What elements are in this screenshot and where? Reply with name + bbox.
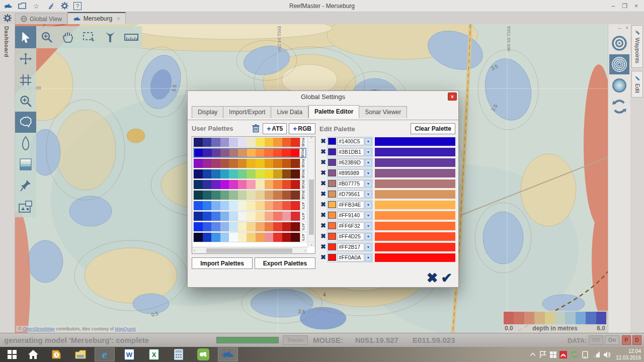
tab-display[interactable]: Display [192,106,223,118]
color-swatch-button[interactable] [328,212,336,219]
color-swatch-button[interactable] [328,148,336,155]
delete-color-icon[interactable]: ✖ [319,147,327,156]
hex-value-input[interactable] [337,138,364,145]
hex-value-input[interactable] [337,222,364,230]
green-app-icon[interactable] [193,347,213,361]
dialog-ok-icon[interactable]: ✔ [441,270,452,286]
data-off-button[interactable]: Off [589,335,603,345]
user-palette-row[interactable]: RGB [193,179,306,190]
hex-value-input[interactable] [337,254,364,261]
color-swatch-button[interactable] [328,180,336,187]
close-button[interactable]: × [634,3,638,10]
delete-color-icon[interactable]: ✖ [319,179,327,188]
user-palette-row[interactable]: RGB [193,190,306,200]
windows-tray-icon[interactable] [547,347,558,362]
user-palette-list[interactable]: RGBRGBRGBRGBRGBRGBAT5AT5AT5AT5 ⌃⌄ ‹› [192,136,315,254]
favorites-star-icon[interactable]: ☆ [31,2,41,11]
user-palette-row[interactable]: AT5 [193,232,306,242]
dashboard-panel-collapsed[interactable]: Dashboard [0,24,15,333]
reefmaster-taskbar-icon[interactable] [218,347,238,361]
tab-edit[interactable]: Edit [631,71,643,98]
tab-live-data[interactable]: Live Data [271,106,308,118]
vessel-tool[interactable] [15,133,36,154]
delete-color-icon[interactable]: ✖ [319,200,327,209]
panel-minimize-icon[interactable]: – [618,25,621,31]
settings-gear-icon[interactable] [59,2,69,11]
color-swatch-button[interactable] [328,254,336,261]
delete-color-icon[interactable]: ✖ [319,211,327,220]
color-swatch-button[interactable] [328,169,336,176]
color-dropdown-button[interactable]: ▼ [365,233,372,240]
tab-merseburg[interactable]: Merseburg × [67,12,126,24]
hex-value-input[interactable] [337,191,364,198]
select-tool[interactable] [15,26,36,48]
horizontal-scrollbar[interactable]: ‹› [192,247,307,253]
dialog-cancel-icon[interactable]: ✖ [427,270,438,286]
word-icon[interactable]: W [119,347,139,361]
tracer-button[interactable]: Tracer [283,335,308,345]
delete-color-icon[interactable]: ✖ [319,137,327,146]
hex-value-input[interactable] [337,169,364,177]
dialog-close-button[interactable]: × [448,93,457,101]
restore-button[interactable]: ❐ [622,3,627,10]
tab-import-export[interactable]: Import/Export [223,106,271,118]
color-swatch-button[interactable] [328,233,336,240]
delete-color-icon[interactable]: ✖ [319,190,327,199]
delete-color-icon[interactable]: ✖ [319,242,327,251]
tab-sonar-viewer[interactable]: Sonar Viewer [359,106,407,118]
hex-value-input[interactable] [337,201,364,209]
fit-extents-tool[interactable] [15,48,36,69]
hex-value-input[interactable] [337,243,364,251]
excel-icon[interactable]: X [144,347,164,361]
internet-explorer-icon[interactable]: e [95,347,115,361]
delete-color-icon[interactable]: ✖ [319,232,327,241]
user-palette-row[interactable]: AT5 [193,211,306,221]
clear-palette-button[interactable]: Clear Palette [411,123,455,134]
refresh-icon[interactable] [609,97,629,117]
color-dropdown-button[interactable]: ▼ [365,180,372,188]
openstreetmap-link[interactable]: OpenStreetMap [23,326,55,331]
color-dropdown-button[interactable]: ▼ [365,191,372,198]
color-swatch-button[interactable] [328,201,336,208]
contours-coarse-icon[interactable] [609,33,629,53]
taskbar-clock[interactable]: 12:04 12.03.2016 [616,348,641,361]
folder-icon[interactable] [17,2,27,11]
tray-expand-icon[interactable] [528,347,537,362]
dialog-title-bar[interactable]: Global Settings × [188,91,458,102]
user-palette-row[interactable]: RGB [193,169,306,179]
mapquest-link[interactable]: MapQuest [115,326,136,331]
tab-close-icon[interactable]: × [117,16,120,22]
data-d-button[interactable]: D [632,335,641,345]
color-dropdown-button[interactable]: ▼ [365,138,372,145]
tab-global-view[interactable]: Global View [15,13,67,24]
vertical-scrollbar[interactable]: ⌃⌄ [307,137,315,247]
color-dropdown-button[interactable]: ▼ [365,159,372,166]
color-dropdown-button[interactable]: ▼ [365,201,372,209]
delete-color-icon[interactable]: ✖ [319,253,327,262]
overview-map-tool[interactable] [15,112,36,133]
data-p-button[interactable]: P [622,335,631,345]
color-dropdown-button[interactable]: ▼ [365,254,372,261]
delete-palette-button[interactable] [251,123,261,134]
start-button[interactable] [2,347,22,361]
color-swatch-button[interactable] [328,191,336,198]
measure-tool[interactable] [121,26,142,48]
scrollbar-thumb[interactable] [309,179,314,235]
scheduler-app-icon[interactable] [46,347,66,361]
delete-color-icon[interactable]: ✖ [319,158,327,167]
color-dropdown-button[interactable]: ▼ [365,243,372,251]
user-palette-row[interactable]: RGB [193,158,306,168]
sync-tray-icon[interactable] [569,347,580,362]
home-app-icon[interactable] [23,347,43,361]
track-tool[interactable] [100,26,121,48]
volume-icon[interactable] [602,347,613,362]
color-dropdown-button[interactable]: ▼ [365,222,372,230]
depth-shading-tool[interactable] [15,154,36,175]
color-swatch-button[interactable] [328,159,336,166]
tab-waypoints[interactable]: Waypoints [631,25,643,68]
export-palettes-button[interactable]: Export Palettes [255,257,315,269]
color-swatch-button[interactable] [328,243,336,250]
color-dropdown-button[interactable]: ▼ [365,212,372,219]
shaded-relief-icon[interactable] [609,75,629,96]
antivirus-tray-icon[interactable] [557,347,569,362]
